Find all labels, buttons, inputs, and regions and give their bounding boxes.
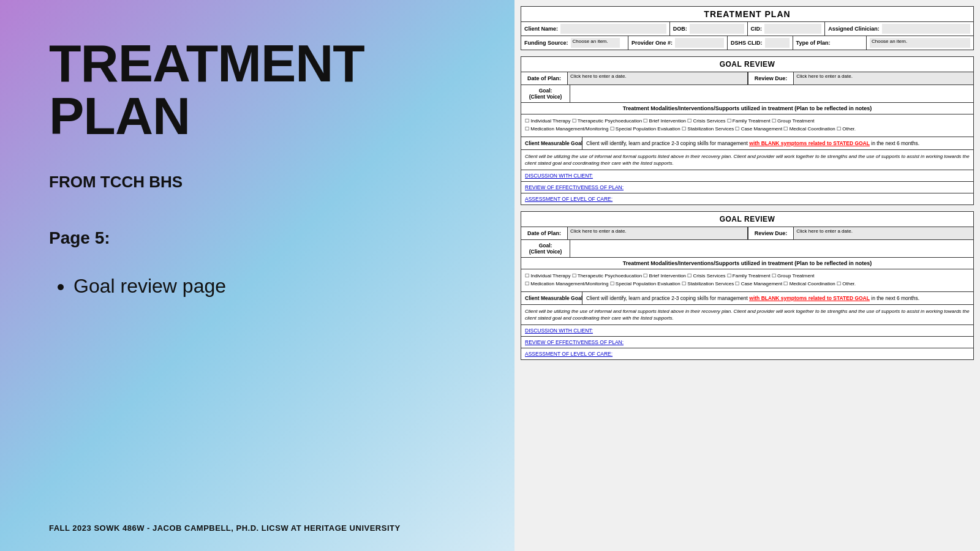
gr2-measurable-link-text: with BLANK symptoms related to STATED GO… [749, 295, 870, 301]
gr2-discussion: DISCUSSION WITH CLIENT: [521, 325, 973, 337]
gr2-italic-block: Client will be utilizing the use of info… [521, 305, 973, 325]
gr2-goal-value [570, 240, 973, 257]
gr1-assessment-link[interactable]: ASSESSMENT OF LEVEL OF CARE: [525, 196, 612, 202]
left-panel: TREATMENT PLAN FROM TCCH BHS Page 5: Goa… [0, 0, 514, 551]
gr2-checkboxes: ☐ Individual Therapy ☐ Therapeutic Psych… [521, 269, 973, 292]
goal-review-section-1: GOAL REVIEW Date of Plan: Click here to … [521, 56, 974, 205]
type-plan-label: Type of Plan: [796, 40, 831, 46]
gr1-italic-block: Client will be utilizing the use of info… [521, 150, 973, 170]
gr1-goal-voice-row: Goal:(Client Voice) [521, 85, 973, 103]
cid-value [764, 24, 821, 34]
cid-field: CID: [748, 22, 826, 36]
gr2-measurable-text: Client will identify, learn and practice… [582, 292, 973, 304]
gr1-measurable-label: Client Measurable Goal [521, 137, 582, 149]
treatment-plan-header: TREATMENT PLAN Client Name: DOB: CID: As… [521, 6, 974, 50]
gr1-date-of-plan-label: Date of Plan: [521, 72, 568, 84]
gr2-review: REVIEW OF EFFECTIVENESS OF PLAN: [521, 337, 973, 348]
gr2-date-of-plan-value: Click here to enter a date. [568, 227, 748, 239]
subtitle: FROM TCCH BHS [49, 173, 466, 192]
tp-header-row-2: Funding Source: Choose an item. Provider… [521, 36, 973, 50]
type-of-plan-field: Type of Plan: [793, 36, 867, 50]
gr2-goal-label: Goal:(Client Voice) [521, 240, 570, 257]
gr2-discussion-link[interactable]: DISCUSSION WITH CLIENT: [525, 328, 593, 334]
gr1-measurable-text-2: in the next 6 months. [870, 140, 919, 146]
clinician-label: Assigned Clinician: [828, 26, 880, 32]
gr2-review-due-label: Review Due: [748, 227, 794, 239]
dshs-field: DSHS CLID: [728, 36, 793, 50]
funding-value: Choose an item. [571, 38, 620, 48]
gr1-date-row: Date of Plan: Click here to enter a date… [521, 72, 973, 85]
gr2-measurable-row: Client Measurable Goal Client will ident… [521, 292, 973, 305]
gr2-review-link[interactable]: REVIEW OF EFFECTIVENESS OF PLAN: [525, 339, 624, 345]
gr2-title: GOAL REVIEW [521, 212, 973, 227]
gr2-assessment: ASSESSMENT OF LEVEL OF CARE: [521, 348, 973, 359]
gr1-discussion: DISCUSSION WITH CLIENT: [521, 170, 973, 182]
gr1-checkboxes: ☐ Individual Therapy ☐ Therapeutic Psych… [521, 114, 973, 137]
gr1-goal-label: Goal:(Client Voice) [521, 85, 570, 102]
page-label: Page 5: [49, 228, 466, 248]
gr1-review-due-label: Review Due: [748, 72, 794, 84]
gr2-date-row: Date of Plan: Click here to enter a date… [521, 227, 973, 240]
type-plan-value: Choose an item. [870, 38, 970, 48]
gr2-review-due-value: Click here to enter a date. [794, 227, 973, 239]
gr1-treatment-header: Treatment Modalities/Interventions/Suppo… [521, 103, 973, 114]
gr2-date-of-plan-label: Date of Plan: [521, 227, 568, 239]
gr2-measurable-label: Client Measurable Goal [521, 292, 582, 304]
assigned-clinician-field: Assigned Clinician: [825, 22, 973, 36]
gr1-measurable-text-1: Client will identify, learn and practice… [586, 140, 749, 146]
goal-review-section-2: GOAL REVIEW Date of Plan: Click here to … [521, 211, 974, 360]
clinician-value [882, 24, 970, 34]
gr2-treatment-header: Treatment Modalities/Interventions/Suppo… [521, 258, 973, 269]
gr1-review-link[interactable]: REVIEW OF EFFECTIVENESS OF PLAN: [525, 184, 624, 190]
main-title: TREATMENT PLAN [49, 37, 466, 142]
bullet-item: Goal review page [74, 272, 466, 300]
left-content: TREATMENT PLAN FROM TCCH BHS Page 5: Goa… [49, 37, 466, 300]
footer-text: FALL 2023 SOWK 486W - JACOB CAMPBELL, PH… [49, 523, 466, 533]
dshs-value [765, 38, 790, 48]
provider-one-field: Provider One #: [628, 36, 728, 50]
gr2-measurable-text-1: Client will identify, learn and practice… [586, 295, 749, 301]
client-name-label: Client Name: [524, 26, 558, 32]
gr1-goal-value [570, 85, 973, 102]
type-of-plan-value-field: Choose an item. [867, 36, 973, 50]
gr1-measurable-row: Client Measurable Goal Client will ident… [521, 137, 973, 150]
gr1-measurable-text: Client will identify, learn and practice… [582, 137, 973, 149]
gr2-measurable-link[interactable]: with BLANK symptoms related to STATED GO… [749, 295, 870, 301]
gr2-goal-voice-row: Goal:(Client Voice) [521, 240, 973, 258]
gr1-date-of-plan-value: Click here to enter a date. [568, 72, 748, 84]
bullet-list: Goal review page [49, 272, 466, 300]
dshs-label: DSHS CLID: [731, 40, 763, 46]
cid-label: CID: [751, 26, 763, 32]
gr1-review-due-value: Click here to enter a date. [794, 72, 973, 84]
gr2-assessment-link[interactable]: ASSESSMENT OF LEVEL OF CARE: [525, 351, 612, 357]
provider-value [675, 38, 724, 48]
funding-source-field: Funding Source: Choose an item. [521, 36, 628, 50]
provider-label: Provider One #: [631, 40, 673, 46]
dob-label: DOB: [673, 26, 687, 32]
gr1-review: REVIEW OF EFFECTIVENESS OF PLAN: [521, 182, 973, 193]
funding-label: Funding Source: [524, 40, 568, 46]
gr1-measurable-link[interactable]: with BLANK symptoms related to STATED GO… [749, 140, 870, 146]
tp-header-row-1: Client Name: DOB: CID: Assigned Clinicia… [521, 22, 973, 36]
gr1-measurable-link-text: with BLANK symptoms related to STATED GO… [749, 140, 870, 146]
client-name-field: Client Name: [521, 22, 670, 36]
right-panel[interactable]: TREATMENT PLAN Client Name: DOB: CID: As… [514, 0, 980, 551]
gr2-measurable-text-2: in the next 6 months. [870, 295, 919, 301]
dob-field: DOB: [670, 22, 748, 36]
dob-value [690, 24, 744, 34]
client-name-value [560, 24, 666, 34]
gr1-title: GOAL REVIEW [521, 57, 973, 72]
gr1-assessment: ASSESSMENT OF LEVEL OF CARE: [521, 193, 973, 204]
gr1-discussion-link[interactable]: DISCUSSION WITH CLIENT: [525, 173, 593, 179]
tp-header-title: TREATMENT PLAN [521, 7, 973, 22]
